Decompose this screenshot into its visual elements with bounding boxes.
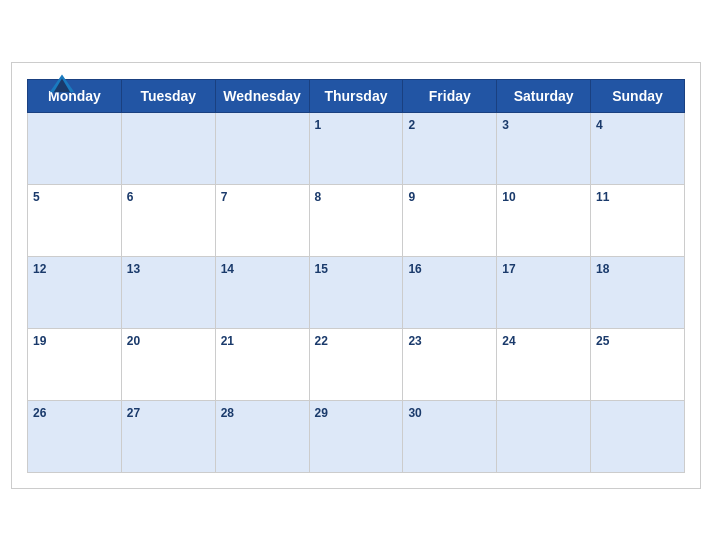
day-number: 30 bbox=[408, 406, 421, 420]
calendar-week-row: 567891011 bbox=[28, 184, 685, 256]
calendar-cell: 21 bbox=[215, 328, 309, 400]
day-number: 7 bbox=[221, 190, 228, 204]
day-number: 20 bbox=[127, 334, 140, 348]
calendar-week-row: 19202122232425 bbox=[28, 328, 685, 400]
calendar-cell: 19 bbox=[28, 328, 122, 400]
calendar-cell bbox=[121, 112, 215, 184]
calendar-cell: 6 bbox=[121, 184, 215, 256]
calendar-week-row: 12131415161718 bbox=[28, 256, 685, 328]
calendar-cell bbox=[497, 400, 591, 472]
day-number: 18 bbox=[596, 262, 609, 276]
day-number: 4 bbox=[596, 118, 603, 132]
calendar-cell: 27 bbox=[121, 400, 215, 472]
calendar-table: MondayTuesdayWednesdayThursdayFridaySatu… bbox=[27, 79, 685, 473]
weekday-header-tuesday: Tuesday bbox=[121, 79, 215, 112]
calendar-week-row: 2627282930 bbox=[28, 400, 685, 472]
logo bbox=[27, 73, 97, 96]
calendar-cell: 20 bbox=[121, 328, 215, 400]
calendar-cell: 29 bbox=[309, 400, 403, 472]
day-number: 16 bbox=[408, 262, 421, 276]
calendar-cell: 1 bbox=[309, 112, 403, 184]
calendar: MondayTuesdayWednesdayThursdayFridaySatu… bbox=[11, 62, 701, 489]
calendar-cell: 18 bbox=[591, 256, 685, 328]
day-number: 24 bbox=[502, 334, 515, 348]
weekday-header-saturday: Saturday bbox=[497, 79, 591, 112]
calendar-cell: 2 bbox=[403, 112, 497, 184]
calendar-cell: 23 bbox=[403, 328, 497, 400]
day-number: 1 bbox=[315, 118, 322, 132]
day-number: 13 bbox=[127, 262, 140, 276]
calendar-cell: 16 bbox=[403, 256, 497, 328]
day-number: 22 bbox=[315, 334, 328, 348]
calendar-cell: 25 bbox=[591, 328, 685, 400]
calendar-cell: 28 bbox=[215, 400, 309, 472]
calendar-cell: 26 bbox=[28, 400, 122, 472]
calendar-tbody: 1234567891011121314151617181920212223242… bbox=[28, 112, 685, 472]
day-number: 15 bbox=[315, 262, 328, 276]
calendar-cell: 9 bbox=[403, 184, 497, 256]
day-number: 12 bbox=[33, 262, 46, 276]
calendar-cell bbox=[591, 400, 685, 472]
calendar-cell: 24 bbox=[497, 328, 591, 400]
day-number: 10 bbox=[502, 190, 515, 204]
day-number: 11 bbox=[596, 190, 609, 204]
logo-icon bbox=[48, 73, 76, 95]
calendar-cell: 30 bbox=[403, 400, 497, 472]
day-number: 21 bbox=[221, 334, 234, 348]
calendar-cell: 22 bbox=[309, 328, 403, 400]
calendar-cell: 10 bbox=[497, 184, 591, 256]
calendar-cell: 4 bbox=[591, 112, 685, 184]
calendar-cell bbox=[28, 112, 122, 184]
calendar-cell bbox=[215, 112, 309, 184]
day-number: 14 bbox=[221, 262, 234, 276]
weekday-header-sunday: Sunday bbox=[591, 79, 685, 112]
weekday-header-row: MondayTuesdayWednesdayThursdayFridaySatu… bbox=[28, 79, 685, 112]
calendar-cell: 8 bbox=[309, 184, 403, 256]
day-number: 28 bbox=[221, 406, 234, 420]
day-number: 23 bbox=[408, 334, 421, 348]
day-number: 2 bbox=[408, 118, 415, 132]
calendar-cell: 13 bbox=[121, 256, 215, 328]
calendar-cell: 11 bbox=[591, 184, 685, 256]
day-number: 9 bbox=[408, 190, 415, 204]
day-number: 26 bbox=[33, 406, 46, 420]
day-number: 5 bbox=[33, 190, 40, 204]
day-number: 27 bbox=[127, 406, 140, 420]
calendar-cell: 3 bbox=[497, 112, 591, 184]
day-number: 3 bbox=[502, 118, 509, 132]
calendar-week-row: 1234 bbox=[28, 112, 685, 184]
day-number: 29 bbox=[315, 406, 328, 420]
calendar-cell: 12 bbox=[28, 256, 122, 328]
calendar-cell: 15 bbox=[309, 256, 403, 328]
day-number: 6 bbox=[127, 190, 134, 204]
weekday-header-friday: Friday bbox=[403, 79, 497, 112]
weekday-header-thursday: Thursday bbox=[309, 79, 403, 112]
calendar-thead: MondayTuesdayWednesdayThursdayFridaySatu… bbox=[28, 79, 685, 112]
calendar-cell: 5 bbox=[28, 184, 122, 256]
day-number: 25 bbox=[596, 334, 609, 348]
weekday-header-wednesday: Wednesday bbox=[215, 79, 309, 112]
calendar-cell: 14 bbox=[215, 256, 309, 328]
day-number: 17 bbox=[502, 262, 515, 276]
calendar-cell: 7 bbox=[215, 184, 309, 256]
day-number: 8 bbox=[315, 190, 322, 204]
calendar-cell: 17 bbox=[497, 256, 591, 328]
day-number: 19 bbox=[33, 334, 46, 348]
